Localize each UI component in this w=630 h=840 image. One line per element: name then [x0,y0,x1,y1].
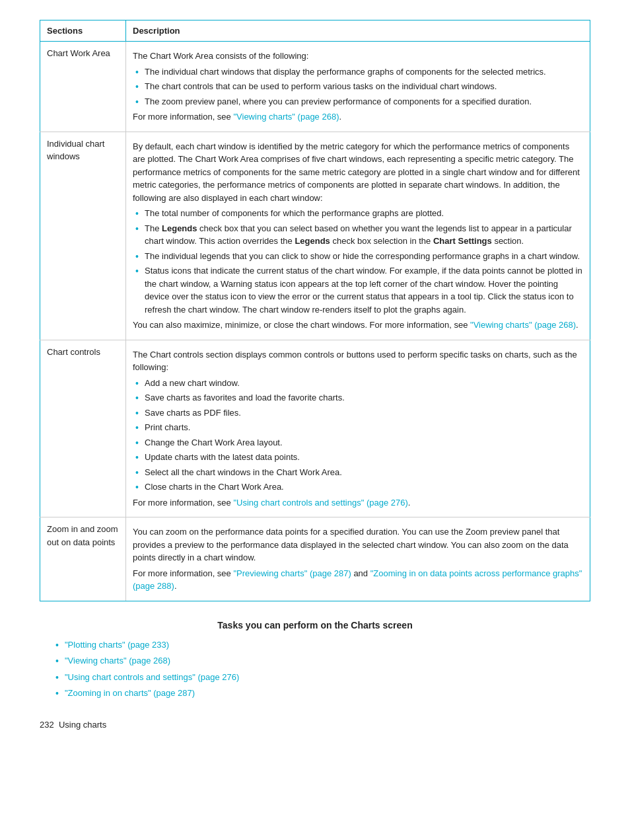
list-item: The individual legends that you can clic… [133,250,583,263]
list-item: "Zooming in on charts" (page 287) [53,687,590,700]
list-item: Change the Chart Work Area layout. [133,436,583,449]
cwa-bullets: The individual chart windows that displa… [133,65,583,108]
list-item: "Viewing charts" (page 268) [53,654,590,668]
list-item: Print charts. [133,421,583,434]
col-header-sections: Sections [40,20,126,42]
list-item: Update charts with the latest data point… [133,451,583,464]
icw-bullets: The total number of components for which… [133,207,583,316]
list-item: Status icons that indicate the current s… [133,264,583,316]
section-content-zoom: You can zoom on the performance data poi… [126,517,590,601]
table-row: Chart Work Area The Chart Work Area cons… [40,42,590,132]
section-label-zoom: Zoom in and zoom out on data points [40,517,126,601]
section-label-individual-chart: Individual chart windows [40,132,126,340]
cc-link[interactable]: "Using chart controls and settings" (pag… [233,498,407,508]
section-content-individual-chart: By default, each chart window is identif… [126,132,590,340]
icw-intro: By default, each chart window is identif… [133,140,583,205]
list-item: The individual chart windows that displa… [133,65,583,79]
cc-footer: For more information, see "Using chart c… [133,496,583,510]
tasks-section: Tasks you can perform on the Charts scre… [40,620,590,700]
section-label-chart-controls: Chart controls [40,340,126,517]
section-content-chart-work-area: The Chart Work Area consists of the foll… [126,42,590,132]
list-item: "Plotting charts" (page 233) [53,638,590,652]
zoom-link1[interactable]: "Previewing charts" (page 287) [233,568,351,578]
cc-intro: The Chart controls section displays comm… [133,348,583,374]
zoom-intro: You can zoom on the performance data poi… [133,525,583,564]
tasks-heading: Tasks you can perform on the Charts scre… [40,620,590,630]
list-item: "Using chart controls and settings" (pag… [53,671,590,684]
tasks-list: "Plotting charts" (page 233) "Viewing ch… [40,638,590,700]
page-footer: 232 Using charts [40,720,590,730]
list-item: Close charts in the Chart Work Area. [133,480,583,494]
list-item: Add a new chart window. [133,377,583,390]
main-table: Sections Description Chart Work Area The… [40,20,590,601]
icw-footer: You can also maximize, minimize, or clos… [133,319,583,332]
section-content-chart-controls: The Chart controls section displays comm… [126,340,590,517]
zoom-link2[interactable]: "Zooming in on data points across perfor… [133,568,582,592]
zoom-footer: For more information, see "Previewing ch… [133,567,583,593]
task-link-4[interactable]: "Zooming in on charts" (page 287) [65,688,195,698]
list-item: Select all the chart windows in the Char… [133,466,583,479]
list-item: The chart controls that can be used to p… [133,80,583,93]
table-row: Individual chart windows By default, eac… [40,132,590,340]
page-number: 232 [40,720,54,730]
cwa-intro: The Chart Work Area consists of the foll… [133,50,583,63]
task-link-3[interactable]: "Using chart controls and settings" (pag… [65,672,239,682]
icw-link[interactable]: "Viewing charts" (page 268) [470,320,576,330]
list-item: The zoom preview panel, where you can pr… [133,95,583,108]
list-item: The Legends check box that you can selec… [133,222,583,248]
col-header-description: Description [126,20,590,42]
cc-bullets: Add a new chart window. Save charts as f… [133,377,583,494]
section-label-chart-work-area: Chart Work Area [40,42,126,132]
task-link-1[interactable]: "Plotting charts" (page 233) [65,640,169,650]
list-item: The total number of components for which… [133,207,583,220]
cwa-link[interactable]: "Viewing charts" (page 268) [233,112,339,122]
footer-text: Using charts [59,720,106,730]
list-item: Save charts as favorites and load the fa… [133,391,583,404]
cwa-footer: For more information, see "Viewing chart… [133,110,583,124]
table-row: Chart controls The Chart controls sectio… [40,340,590,517]
table-row: Zoom in and zoom out on data points You … [40,517,590,601]
list-item: Save charts as PDF files. [133,406,583,420]
task-link-2[interactable]: "Viewing charts" (page 268) [65,656,170,666]
